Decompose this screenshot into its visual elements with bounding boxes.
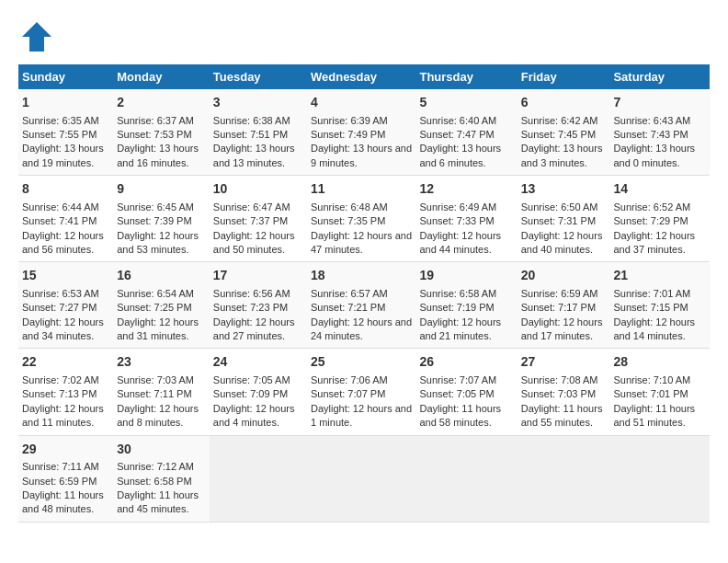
day-cell: 3Sunrise: 6:38 AMSunset: 7:51 PMDaylight… [210, 89, 307, 176]
day-cell: 28Sunrise: 7:10 AMSunset: 7:01 PMDayligh… [609, 349, 710, 435]
daylight: Daylight: 13 hours and 16 minutes. [117, 143, 199, 167]
sunset: Sunset: 7:03 PM [521, 388, 596, 399]
sunset: Sunset: 7:43 PM [613, 129, 688, 140]
daylight: Daylight: 11 hours and 48 minutes. [22, 489, 104, 514]
sunset: Sunset: 7:25 PM [117, 302, 191, 313]
day-cell: 22Sunrise: 7:02 AMSunset: 7:13 PMDayligh… [18, 349, 113, 435]
sunset: Sunset: 6:58 PM [117, 476, 191, 487]
daylight: Daylight: 13 hours and 9 minutes. [311, 143, 412, 167]
sunset: Sunset: 7:15 PM [613, 302, 688, 313]
day-number: 13 [521, 180, 607, 199]
sunset: Sunset: 7:13 PM [22, 388, 97, 399]
day-number: 28 [613, 353, 706, 372]
day-cell [307, 435, 415, 522]
sunrise: Sunrise: 6:58 AM [419, 288, 496, 299]
daylight: Daylight: 13 hours and 19 minutes. [22, 143, 104, 167]
calendar-table: SundayMondayTuesdayWednesdayThursdayFrid… [18, 64, 710, 523]
day-number: 12 [419, 180, 513, 199]
daylight: Daylight: 11 hours and 58 minutes. [419, 403, 501, 428]
daylight: Daylight: 12 hours and 37 minutes. [613, 230, 695, 255]
sunset: Sunset: 7:31 PM [521, 215, 596, 226]
column-header-friday: Friday [518, 64, 610, 89]
week-row-2: 8Sunrise: 6:44 AMSunset: 7:41 PMDaylight… [18, 176, 710, 262]
daylight: Daylight: 11 hours and 45 minutes. [117, 489, 199, 514]
sunrise: Sunrise: 7:03 AM [117, 374, 194, 385]
sunset: Sunset: 7:27 PM [22, 302, 97, 313]
day-cell: 10Sunrise: 6:47 AMSunset: 7:37 PMDayligh… [210, 176, 307, 262]
daylight: Daylight: 12 hours and 53 minutes. [117, 230, 199, 255]
sunset: Sunset: 7:21 PM [311, 302, 385, 313]
sunrise: Sunrise: 6:59 AM [521, 288, 598, 299]
sunrise: Sunrise: 6:56 AM [213, 288, 290, 299]
day-cell: 12Sunrise: 6:49 AMSunset: 7:33 PMDayligh… [415, 176, 517, 262]
day-number: 5 [419, 94, 513, 112]
column-header-tuesday: Tuesday [210, 64, 307, 89]
day-number: 25 [311, 353, 412, 372]
day-number: 9 [117, 180, 206, 199]
sunrise: Sunrise: 6:49 AM [419, 201, 496, 213]
day-number: 18 [311, 267, 412, 285]
daylight: Daylight: 13 hours and 6 minutes. [419, 143, 501, 167]
sunrise: Sunrise: 6:43 AM [613, 115, 690, 126]
sunset: Sunset: 7:07 PM [311, 388, 385, 399]
daylight: Daylight: 11 hours and 55 minutes. [521, 403, 603, 428]
sunset: Sunset: 7:51 PM [213, 129, 288, 140]
daylight: Daylight: 12 hours and 8 minutes. [117, 403, 199, 428]
day-number: 20 [521, 267, 607, 285]
sunset: Sunset: 6:59 PM [22, 476, 97, 487]
week-row-1: 1Sunrise: 6:35 AMSunset: 7:55 PMDaylight… [18, 89, 710, 176]
sunrise: Sunrise: 6:44 AM [22, 201, 99, 213]
header [18, 18, 710, 55]
logo [18, 18, 61, 55]
day-cell [518, 435, 610, 522]
day-number: 4 [311, 94, 412, 112]
sunrise: Sunrise: 6:42 AM [521, 115, 598, 126]
daylight: Daylight: 12 hours and 11 minutes. [22, 403, 104, 428]
column-header-wednesday: Wednesday [307, 64, 415, 89]
sunrise: Sunrise: 7:12 AM [117, 461, 194, 472]
sunset: Sunset: 7:33 PM [419, 215, 494, 226]
sunrise: Sunrise: 6:45 AM [117, 201, 194, 213]
day-number: 21 [613, 267, 706, 285]
sunrise: Sunrise: 6:52 AM [613, 201, 690, 213]
column-header-saturday: Saturday [609, 64, 710, 89]
day-number: 1 [22, 94, 109, 112]
sunset: Sunset: 7:19 PM [419, 302, 494, 313]
sunset: Sunset: 7:45 PM [521, 129, 596, 140]
daylight: Daylight: 12 hours and 40 minutes. [521, 230, 603, 255]
sunrise: Sunrise: 6:39 AM [311, 115, 388, 126]
day-cell: 25Sunrise: 7:06 AMSunset: 7:07 PMDayligh… [307, 349, 415, 435]
day-cell: 15Sunrise: 6:53 AMSunset: 7:27 PMDayligh… [18, 262, 113, 349]
daylight: Daylight: 12 hours and 4 minutes. [213, 403, 295, 428]
day-cell: 13Sunrise: 6:50 AMSunset: 7:31 PMDayligh… [518, 176, 610, 262]
daylight: Daylight: 11 hours and 51 minutes. [613, 403, 695, 428]
sunrise: Sunrise: 6:54 AM [117, 288, 194, 299]
week-row-3: 15Sunrise: 6:53 AMSunset: 7:27 PMDayligh… [18, 262, 710, 349]
day-cell: 20Sunrise: 6:59 AMSunset: 7:17 PMDayligh… [518, 262, 610, 349]
sunrise: Sunrise: 6:47 AM [213, 201, 290, 213]
sunset: Sunset: 7:05 PM [419, 388, 494, 399]
daylight: Daylight: 12 hours and 56 minutes. [22, 230, 104, 255]
sunset: Sunset: 7:47 PM [419, 129, 494, 140]
daylight: Daylight: 12 hours and 34 minutes. [22, 316, 104, 341]
day-cell: 24Sunrise: 7:05 AMSunset: 7:09 PMDayligh… [210, 349, 307, 435]
day-number: 29 [22, 441, 109, 459]
day-number: 10 [213, 180, 303, 199]
header-row: SundayMondayTuesdayWednesdayThursdayFrid… [18, 64, 710, 89]
day-cell: 6Sunrise: 6:42 AMSunset: 7:45 PMDaylight… [518, 89, 610, 176]
daylight: Daylight: 12 hours and 31 minutes. [117, 316, 199, 341]
sunrise: Sunrise: 6:48 AM [311, 201, 388, 213]
day-cell: 14Sunrise: 6:52 AMSunset: 7:29 PMDayligh… [609, 176, 710, 262]
sunset: Sunset: 7:55 PM [22, 129, 97, 140]
daylight: Daylight: 13 hours and 3 minutes. [521, 143, 603, 167]
daylight: Daylight: 12 hours and 27 minutes. [213, 316, 295, 341]
sunset: Sunset: 7:41 PM [22, 215, 97, 226]
day-cell: 23Sunrise: 7:03 AMSunset: 7:11 PMDayligh… [113, 349, 210, 435]
day-number: 8 [22, 180, 109, 199]
column-header-sunday: Sunday [18, 64, 113, 89]
day-number: 11 [311, 180, 412, 199]
day-number: 17 [213, 267, 303, 285]
column-header-thursday: Thursday [415, 64, 517, 89]
day-cell: 27Sunrise: 7:08 AMSunset: 7:03 PMDayligh… [518, 349, 610, 435]
day-cell [415, 435, 517, 522]
